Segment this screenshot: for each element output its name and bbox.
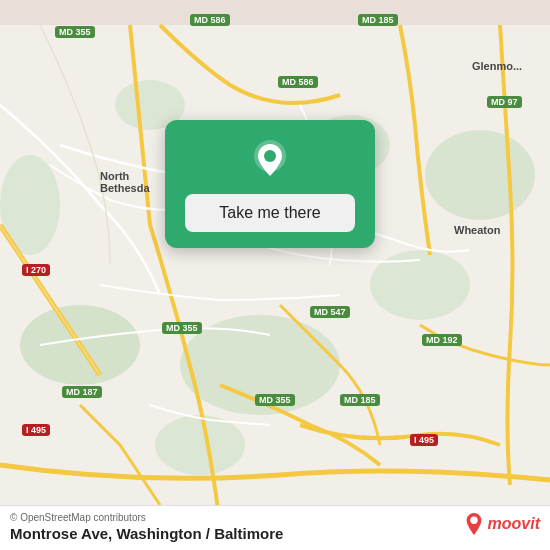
highway-badge-md192: MD 192 — [422, 334, 462, 346]
place-glenmore: Glenmo... — [472, 60, 522, 72]
place-wheaton: Wheaton — [454, 224, 500, 236]
highway-badge-i270: I 270 — [22, 264, 50, 276]
svg-point-13 — [470, 517, 477, 524]
location-title: Montrose Ave, Washington / Baltimore — [10, 525, 540, 542]
svg-point-12 — [264, 150, 276, 162]
highway-badge-md185-top: MD 185 — [358, 14, 398, 26]
highway-badge-i495-left: I 495 — [22, 424, 50, 436]
map-container: MD 355 MD 586 MD 185 MD 586 MD 97 I 270 … — [0, 0, 550, 550]
highway-badge-md187: MD 187 — [62, 386, 102, 398]
highway-badge-md586-mid: MD 586 — [278, 76, 318, 88]
svg-point-4 — [425, 130, 535, 220]
highway-badge-md355-top: MD 355 — [55, 26, 95, 38]
take-me-there-button[interactable]: Take me there — [185, 194, 355, 232]
highway-badge-md185-low: MD 185 — [340, 394, 380, 406]
popup-card: Take me there — [165, 120, 375, 248]
moovit-logo: moovit — [464, 512, 540, 536]
highway-badge-md97: MD 97 — [487, 96, 522, 108]
place-north-bethesda: NorthBethesda — [100, 170, 150, 194]
location-pin-icon — [248, 138, 292, 182]
highway-badge-i495-right: I 495 — [410, 434, 438, 446]
moovit-pin-icon — [464, 512, 484, 536]
highway-badge-md355-mid: MD 355 — [162, 322, 202, 334]
highway-badge-md547: MD 547 — [310, 306, 350, 318]
highway-badge-md586-top: MD 586 — [190, 14, 230, 26]
attribution-text: © OpenStreetMap contributors — [10, 512, 540, 523]
moovit-logo-text: moovit — [488, 515, 540, 533]
highway-badge-md355-low: MD 355 — [255, 394, 295, 406]
svg-point-8 — [155, 415, 245, 475]
